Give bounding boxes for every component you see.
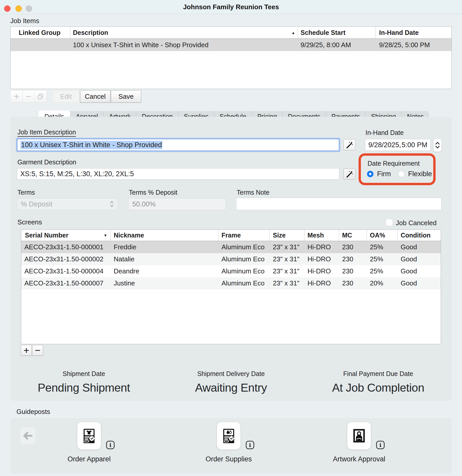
order-supplies-button[interactable] xyxy=(217,422,240,450)
artwork-approval-icon xyxy=(352,428,367,444)
radio-firm-label: Firm xyxy=(377,170,391,178)
column-header-in-hand-date[interactable]: In-Hand Date xyxy=(376,27,451,38)
column-header-oa[interactable]: OA% xyxy=(367,230,398,241)
order-apparel-button[interactable] xyxy=(77,422,101,450)
column-header-mesh[interactable]: Mesh xyxy=(304,230,339,241)
back-arrow-icon xyxy=(22,431,33,440)
cell-mesh: Hi-DRO xyxy=(304,241,339,253)
duplicate-job-item-button[interactable] xyxy=(34,90,47,103)
guidepost-order-apparel: i Order Apparel xyxy=(65,422,113,463)
column-header-condition[interactable]: Condition xyxy=(398,230,441,241)
cell-serial: AECO-23x31-1.50-000001 xyxy=(21,241,111,253)
cell-size: 23" x 31" xyxy=(270,241,304,253)
add-job-item-button[interactable]: + xyxy=(10,90,23,103)
column-header-description[interactable]: Description▲ xyxy=(70,27,298,38)
edit-button[interactable]: Edit xyxy=(53,90,79,103)
garment-description-input[interactable]: XS:5, S:15, M:25, L:30, XL:20, 2XL:5 xyxy=(17,168,339,180)
shipment-delivery-date-value: Awaiting Entry xyxy=(157,381,304,394)
job-item-row-selected[interactable]: 100 x Unisex T-Shirt in White - Shop Pro… xyxy=(11,39,451,51)
job-item-schedule-start: 9/29/25, 8:00 AM xyxy=(298,39,376,51)
order-apparel-label: Order Apparel xyxy=(65,455,113,463)
screen-row[interactable]: AECO-23x31-1.50-000004 Deandre Aluminum … xyxy=(21,265,441,277)
info-icon: i xyxy=(376,441,385,449)
date-requirement-radio-group: Firm Flexible xyxy=(367,170,436,178)
in-hand-date-input[interactable]: 9/28/2025, 5:00 PM xyxy=(365,139,431,151)
radio-flexible[interactable] xyxy=(398,171,405,177)
order-supplies-info-button[interactable]: i xyxy=(246,441,254,449)
cell-mesh: Hi-DRO xyxy=(304,253,339,265)
autofill-garment-button[interactable] xyxy=(343,168,355,180)
in-hand-date-value: 9/28/2025, xyxy=(368,141,401,149)
autofill-description-button[interactable] xyxy=(343,139,355,150)
guidepost-order-supplies: i Order Supplies xyxy=(204,422,253,463)
cell-frame: Aluminum Eco xyxy=(218,241,270,253)
final-payment-due-value: At Job Completion xyxy=(305,381,452,394)
column-header-serial-number[interactable]: Serial Number▼ xyxy=(21,230,111,241)
artwork-approval-info-button[interactable]: i xyxy=(376,441,385,449)
screen-row[interactable]: AECO-23x31-1.50-000007 Justine Aluminum … xyxy=(21,277,441,289)
cell-mc: 230 xyxy=(339,253,367,265)
cell-oa: 25% xyxy=(367,241,398,253)
column-header-size[interactable]: Size xyxy=(270,230,304,241)
cell-mesh: Hi-DRO xyxy=(304,265,339,277)
select-chevrons-icon xyxy=(110,201,114,207)
job-summary: Shipment Date Pending Shipment Shipment … xyxy=(10,370,452,394)
column-header-frame[interactable]: Frame xyxy=(218,230,270,241)
job-canceled-label: Job Canceled xyxy=(396,219,437,227)
cell-serial: AECO-23x31-1.50-000004 xyxy=(21,265,111,277)
cell-mc: 230 xyxy=(339,241,367,253)
svg-text:i: i xyxy=(249,442,251,448)
guideposts-section-label: Guideposts xyxy=(16,408,50,416)
job-items-table-header: Linked Group Description▲ Schedule Start… xyxy=(11,27,451,39)
artwork-approval-button[interactable] xyxy=(347,422,371,450)
in-hand-date-label: In-Hand Date xyxy=(365,129,404,136)
screen-row[interactable]: AECO-23x31-1.50-000002 Natalie Aluminum … xyxy=(21,253,441,265)
terms-label: Terms xyxy=(17,189,35,196)
remove-screen-button[interactable]: − xyxy=(32,345,43,356)
garment-description-label: Garment Description xyxy=(17,158,76,166)
terms-deposit-input[interactable]: 50.00% xyxy=(128,198,226,210)
job-item-description-input[interactable]: 100 x Unisex T-Shirt in White - Shop Pro… xyxy=(17,139,339,151)
terms-note-label: Terms Note xyxy=(237,189,270,196)
job-item-in-hand-date: 9/28/25, 5:00 PM xyxy=(376,39,451,51)
remove-job-item-button[interactable]: − xyxy=(22,90,35,103)
add-screen-button[interactable]: + xyxy=(21,345,32,356)
cancel-button[interactable]: Cancel xyxy=(80,90,110,103)
terms-note-input[interactable] xyxy=(236,198,441,210)
final-payment-due-block: Final Payment Due Date At Job Completion xyxy=(305,370,452,394)
order-apparel-info-button[interactable]: i xyxy=(106,441,115,449)
supplies-order-icon xyxy=(221,428,236,444)
date-requirement-annotation-box: Date Requirement Firm Flexible xyxy=(359,153,436,185)
cell-condition: Good xyxy=(398,241,441,253)
radio-firm[interactable] xyxy=(367,171,373,177)
column-header-schedule-start[interactable]: Schedule Start xyxy=(298,27,376,38)
save-button[interactable]: Save xyxy=(111,90,141,103)
screen-row[interactable]: AECO-23x31-1.50-000001 Freddie Aluminum … xyxy=(21,241,441,253)
cell-frame: Aluminum Eco xyxy=(218,253,270,265)
terms-select[interactable]: % Deposit xyxy=(17,198,118,210)
sort-ascending-icon: ▲ xyxy=(291,31,295,35)
cell-nickname: Freddie xyxy=(111,241,218,253)
column-header-mc[interactable]: MC xyxy=(339,230,367,241)
job-items-section-label: Job Items xyxy=(10,17,39,25)
cell-size: 23" x 31" xyxy=(270,265,304,277)
magic-wand-icon xyxy=(346,141,353,149)
window-title: Johnson Family Reunion Tees xyxy=(0,3,462,11)
column-header-linked-group[interactable]: Linked Group xyxy=(11,27,70,38)
shipment-delivery-date-label: Shipment Delivery Date xyxy=(157,370,304,378)
screens-table: Serial Number▼ Nickname Frame Size Mesh … xyxy=(21,230,441,344)
info-icon: i xyxy=(246,441,254,449)
job-item-linked-group xyxy=(11,39,70,51)
shipment-delivery-date-block: Shipment Delivery Date Awaiting Entry xyxy=(157,370,304,394)
column-header-nickname[interactable]: Nickname xyxy=(111,230,218,241)
cell-serial: AECO-23x31-1.50-000007 xyxy=(21,277,111,289)
selected-text: 100 x Unisex T-Shirt in White - Shop Pro… xyxy=(21,141,162,149)
duplicate-icon xyxy=(37,93,44,100)
guidepost-back-button[interactable] xyxy=(20,427,35,444)
radio-flexible-label: Flexible xyxy=(408,170,432,178)
info-icon: i xyxy=(106,441,115,449)
job-canceled-checkbox[interactable] xyxy=(386,219,393,226)
cell-nickname: Justine xyxy=(111,277,218,289)
date-stepper[interactable] xyxy=(433,138,442,152)
svg-text:i: i xyxy=(109,442,111,448)
